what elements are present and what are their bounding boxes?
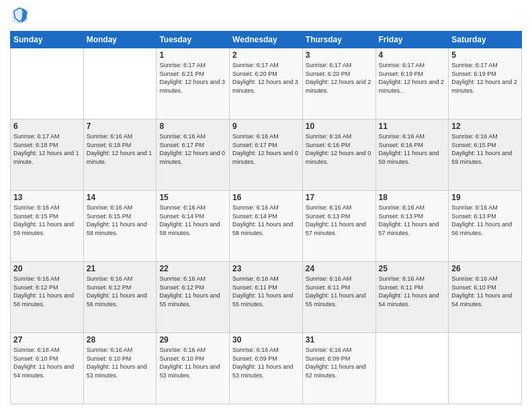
day-info: Sunrise: 6:16 AM Sunset: 6:11 PM Dayligh… bbox=[232, 275, 300, 308]
calendar-cell: 10Sunrise: 6:16 AM Sunset: 6:16 PM Dayli… bbox=[302, 120, 375, 191]
calendar-cell: 7Sunrise: 6:16 AM Sunset: 6:18 PM Daylig… bbox=[83, 120, 157, 191]
day-info: Sunrise: 6:16 AM Sunset: 6:15 PM Dayligh… bbox=[13, 203, 81, 237]
day-number: 23 bbox=[232, 264, 300, 273]
week-row-4: 20Sunrise: 6:16 AM Sunset: 6:12 PM Dayli… bbox=[11, 262, 522, 333]
week-row-3: 13Sunrise: 6:16 AM Sunset: 6:15 PM Dayli… bbox=[11, 191, 522, 262]
calendar-cell: 27Sunrise: 6:16 AM Sunset: 6:10 PM Dayli… bbox=[11, 333, 84, 404]
day-number: 2 bbox=[232, 50, 300, 60]
day-info: Sunrise: 6:17 AM Sunset: 6:21 PM Dayligh… bbox=[159, 61, 226, 95]
calendar-cell: 23Sunrise: 6:16 AM Sunset: 6:11 PM Dayli… bbox=[230, 262, 303, 333]
day-info: Sunrise: 6:16 AM Sunset: 6:10 PM Dayligh… bbox=[451, 275, 519, 308]
day-info: Sunrise: 6:16 AM Sunset: 6:13 PM Dayligh… bbox=[306, 203, 373, 237]
calendar-cell: 28Sunrise: 6:16 AM Sunset: 6:10 PM Dayli… bbox=[83, 333, 157, 404]
weekday-header-monday: Monday bbox=[83, 32, 157, 48]
logo bbox=[10, 7, 32, 26]
calendar-cell: 22Sunrise: 6:16 AM Sunset: 6:12 PM Dayli… bbox=[157, 262, 230, 333]
logo-icon bbox=[10, 7, 29, 26]
day-info: Sunrise: 6:16 AM Sunset: 6:17 PM Dayligh… bbox=[159, 132, 226, 166]
calendar-cell bbox=[11, 48, 84, 120]
day-info: Sunrise: 6:17 AM Sunset: 6:19 PM Dayligh… bbox=[451, 61, 519, 95]
day-number: 8 bbox=[159, 122, 226, 131]
calendar-cell: 14Sunrise: 6:16 AM Sunset: 6:15 PM Dayli… bbox=[83, 191, 157, 262]
day-info: Sunrise: 6:16 AM Sunset: 6:10 PM Dayligh… bbox=[159, 346, 226, 379]
calendar-cell: 24Sunrise: 6:16 AM Sunset: 6:11 PM Dayli… bbox=[302, 262, 375, 333]
header bbox=[10, 7, 522, 26]
day-info: Sunrise: 6:17 AM Sunset: 6:20 PM Dayligh… bbox=[232, 61, 300, 95]
calendar-cell: 17Sunrise: 6:16 AM Sunset: 6:13 PM Dayli… bbox=[302, 191, 375, 262]
day-info: Sunrise: 6:16 AM Sunset: 6:15 PM Dayligh… bbox=[451, 132, 519, 166]
day-number: 22 bbox=[159, 264, 226, 273]
calendar-header: SundayMondayTuesdayWednesdayThursdayFrid… bbox=[11, 32, 522, 48]
calendar-cell: 9Sunrise: 6:16 AM Sunset: 6:17 PM Daylig… bbox=[230, 120, 303, 191]
calendar-cell: 30Sunrise: 6:16 AM Sunset: 6:09 PM Dayli… bbox=[230, 333, 303, 404]
day-info: Sunrise: 6:17 AM Sunset: 6:20 PM Dayligh… bbox=[306, 61, 373, 95]
day-number: 29 bbox=[159, 335, 226, 345]
calendar-cell: 18Sunrise: 6:16 AM Sunset: 6:13 PM Dayli… bbox=[375, 191, 449, 262]
weekday-header-wednesday: Wednesday bbox=[230, 32, 303, 48]
day-info: Sunrise: 6:16 AM Sunset: 6:12 PM Dayligh… bbox=[159, 275, 226, 308]
calendar-cell: 21Sunrise: 6:16 AM Sunset: 6:12 PM Dayli… bbox=[83, 262, 157, 333]
day-info: Sunrise: 6:16 AM Sunset: 6:10 PM Dayligh… bbox=[13, 346, 81, 379]
calendar-cell bbox=[83, 48, 157, 120]
day-number: 4 bbox=[379, 50, 446, 60]
day-info: Sunrise: 6:16 AM Sunset: 6:16 PM Dayligh… bbox=[379, 132, 446, 166]
day-number: 18 bbox=[379, 193, 446, 202]
day-info: Sunrise: 6:17 AM Sunset: 6:19 PM Dayligh… bbox=[379, 61, 446, 95]
day-number: 26 bbox=[451, 264, 519, 273]
day-number: 24 bbox=[306, 264, 373, 273]
day-number: 14 bbox=[87, 193, 154, 202]
day-info: Sunrise: 6:16 AM Sunset: 6:11 PM Dayligh… bbox=[306, 275, 373, 308]
calendar-body: 1Sunrise: 6:17 AM Sunset: 6:21 PM Daylig… bbox=[11, 48, 522, 404]
weekday-header-sunday: Sunday bbox=[11, 32, 84, 48]
calendar-cell: 5Sunrise: 6:17 AM Sunset: 6:19 PM Daylig… bbox=[449, 48, 522, 120]
day-info: Sunrise: 6:16 AM Sunset: 6:09 PM Dayligh… bbox=[232, 346, 300, 379]
calendar-cell: 29Sunrise: 6:16 AM Sunset: 6:10 PM Dayli… bbox=[157, 333, 230, 404]
weekday-header-thursday: Thursday bbox=[302, 32, 375, 48]
day-number: 13 bbox=[13, 193, 81, 202]
weekday-row: SundayMondayTuesdayWednesdayThursdayFrid… bbox=[11, 32, 522, 48]
calendar-cell: 4Sunrise: 6:17 AM Sunset: 6:19 PM Daylig… bbox=[375, 48, 449, 120]
day-number: 3 bbox=[306, 50, 373, 60]
calendar-cell: 20Sunrise: 6:16 AM Sunset: 6:12 PM Dayli… bbox=[11, 262, 84, 333]
day-info: Sunrise: 6:16 AM Sunset: 6:16 PM Dayligh… bbox=[306, 132, 373, 166]
calendar-cell: 31Sunrise: 6:16 AM Sunset: 6:09 PM Dayli… bbox=[302, 333, 375, 404]
day-number: 17 bbox=[306, 193, 373, 202]
calendar-cell: 19Sunrise: 6:16 AM Sunset: 6:13 PM Dayli… bbox=[449, 191, 522, 262]
calendar-cell: 3Sunrise: 6:17 AM Sunset: 6:20 PM Daylig… bbox=[302, 48, 375, 120]
day-number: 28 bbox=[87, 335, 154, 345]
calendar-cell: 13Sunrise: 6:16 AM Sunset: 6:15 PM Dayli… bbox=[11, 191, 84, 262]
day-info: Sunrise: 6:16 AM Sunset: 6:15 PM Dayligh… bbox=[87, 203, 154, 237]
calendar: SundayMondayTuesdayWednesdayThursdayFrid… bbox=[10, 31, 522, 404]
day-number: 1 bbox=[159, 50, 226, 60]
day-number: 6 bbox=[13, 122, 81, 131]
day-number: 20 bbox=[13, 264, 81, 273]
day-number: 25 bbox=[379, 264, 446, 273]
calendar-cell: 15Sunrise: 6:16 AM Sunset: 6:14 PM Dayli… bbox=[157, 191, 230, 262]
day-info: Sunrise: 6:16 AM Sunset: 6:14 PM Dayligh… bbox=[232, 203, 300, 237]
calendar-cell: 8Sunrise: 6:16 AM Sunset: 6:17 PM Daylig… bbox=[157, 120, 230, 191]
weekday-header-tuesday: Tuesday bbox=[157, 32, 230, 48]
day-number: 10 bbox=[306, 122, 373, 131]
weekday-header-saturday: Saturday bbox=[449, 32, 522, 48]
calendar-cell: 26Sunrise: 6:16 AM Sunset: 6:10 PM Dayli… bbox=[449, 262, 522, 333]
day-number: 5 bbox=[451, 50, 519, 60]
week-row-5: 27Sunrise: 6:16 AM Sunset: 6:10 PM Dayli… bbox=[11, 333, 522, 404]
calendar-cell bbox=[449, 333, 522, 404]
day-number: 19 bbox=[451, 193, 519, 202]
calendar-cell: 1Sunrise: 6:17 AM Sunset: 6:21 PM Daylig… bbox=[157, 48, 230, 120]
day-info: Sunrise: 6:16 AM Sunset: 6:13 PM Dayligh… bbox=[451, 203, 519, 237]
day-number: 31 bbox=[306, 335, 373, 345]
day-number: 7 bbox=[87, 122, 154, 131]
calendar-cell: 11Sunrise: 6:16 AM Sunset: 6:16 PM Dayli… bbox=[375, 120, 449, 191]
day-info: Sunrise: 6:16 AM Sunset: 6:12 PM Dayligh… bbox=[13, 275, 81, 308]
calendar-cell: 6Sunrise: 6:17 AM Sunset: 6:18 PM Daylig… bbox=[11, 120, 84, 191]
day-info: Sunrise: 6:16 AM Sunset: 6:14 PM Dayligh… bbox=[159, 203, 226, 237]
day-number: 30 bbox=[232, 335, 300, 345]
day-info: Sunrise: 6:16 AM Sunset: 6:12 PM Dayligh… bbox=[87, 275, 154, 308]
day-number: 11 bbox=[379, 122, 446, 131]
day-number: 12 bbox=[451, 122, 519, 131]
day-info: Sunrise: 6:16 AM Sunset: 6:17 PM Dayligh… bbox=[232, 132, 300, 166]
day-number: 16 bbox=[232, 193, 300, 202]
calendar-cell: 16Sunrise: 6:16 AM Sunset: 6:14 PM Dayli… bbox=[230, 191, 303, 262]
day-number: 27 bbox=[13, 335, 81, 345]
